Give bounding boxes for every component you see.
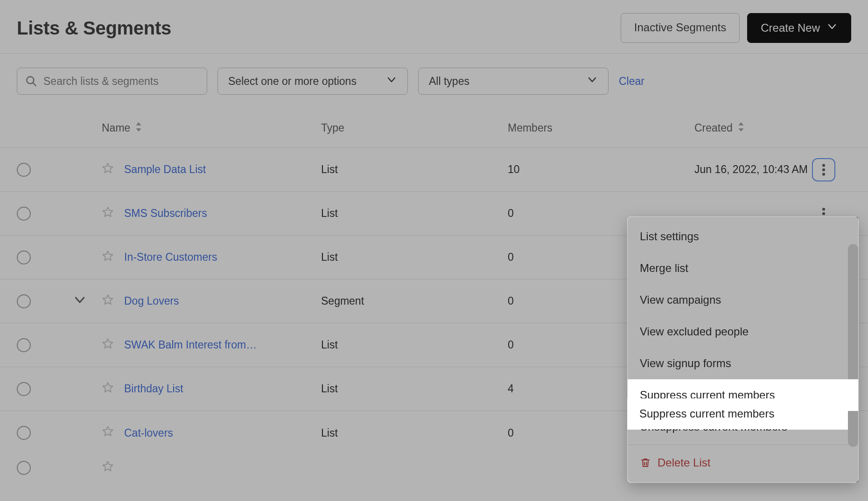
menu-item[interactable]: View signup forms [628, 348, 858, 379]
star-icon[interactable] [102, 382, 114, 397]
list-name-link[interactable]: Cat-lovers [124, 427, 173, 439]
svg-point-1 [822, 164, 825, 167]
chevron-down-icon [386, 74, 397, 88]
list-name-link[interactable]: SWAK Balm Interest from… [124, 339, 257, 351]
svg-point-5 [822, 212, 825, 215]
sort-icon[interactable] [737, 122, 745, 135]
chevron-down-icon [587, 74, 598, 88]
row-context-menu: List settingsMerge listView campaignsVie… [627, 216, 859, 483]
column-name[interactable]: Name [102, 122, 130, 134]
svg-point-3 [822, 173, 825, 175]
row-checkbox[interactable] [17, 163, 31, 177]
star-icon[interactable] [102, 425, 114, 440]
list-name-link[interactable]: Sample Data List [124, 163, 206, 176]
star-icon[interactable] [102, 460, 114, 475]
row-checkbox[interactable] [17, 338, 31, 352]
row-checkbox[interactable] [17, 426, 31, 440]
star-icon[interactable] [102, 250, 114, 265]
trash-icon [640, 457, 651, 468]
table-row: Sample Data ListList10Jun 16, 2022, 10:4… [0, 148, 868, 192]
tags-select-label: Select one or more options [228, 75, 357, 88]
types-select[interactable]: All types [418, 68, 609, 95]
row-checkbox[interactable] [17, 250, 31, 264]
row-created: Jun 16, 2022, 10:43 AM [694, 163, 814, 176]
row-members: 10 [508, 163, 694, 176]
star-icon[interactable] [102, 162, 114, 177]
menu-item[interactable]: List settings [628, 221, 858, 252]
tags-select[interactable]: Select one or more options [217, 68, 408, 95]
row-checkbox[interactable] [17, 294, 31, 308]
menu-item[interactable]: View excluded people [628, 316, 858, 348]
menu-item[interactable]: Merge list [628, 252, 858, 284]
star-icon[interactable] [102, 338, 114, 353]
row-type: List [321, 427, 508, 439]
row-type: List [321, 339, 508, 351]
row-type: List [321, 251, 508, 264]
inactive-segments-button[interactable]: Inactive Segments [621, 13, 740, 43]
svg-point-2 [822, 168, 825, 171]
star-icon[interactable] [102, 294, 114, 309]
column-created[interactable]: Created [694, 122, 733, 134]
row-type: List [321, 383, 508, 395]
star-icon[interactable] [102, 206, 114, 221]
page-title: Lists & Segments [17, 18, 171, 39]
menu-divider [628, 445, 858, 445]
search-input[interactable] [17, 68, 207, 95]
clear-filters-link[interactable]: Clear [619, 75, 644, 88]
column-members: Members [508, 122, 694, 134]
row-checkbox[interactable] [17, 382, 31, 396]
list-name-link[interactable]: Birthday List [124, 383, 183, 395]
column-type: Type [321, 122, 508, 134]
row-type: List [321, 207, 508, 220]
menu-item-delete[interactable]: Delete List [628, 447, 858, 479]
list-name-link[interactable]: SMS Subscribers [124, 207, 207, 220]
row-actions-button[interactable] [814, 160, 833, 180]
svg-point-4 [822, 208, 825, 210]
types-select-label: All types [429, 75, 469, 88]
menu-item[interactable]: View campaigns [628, 284, 858, 316]
list-name-link[interactable]: In-Store Customers [124, 251, 217, 264]
row-type: List [321, 163, 508, 176]
row-type: Segment [321, 295, 508, 307]
menu-scrollbar[interactable] [848, 244, 858, 447]
row-checkbox[interactable] [17, 461, 31, 475]
search-icon [25, 75, 37, 87]
menu-item-highlighted[interactable]: Suppress current members [627, 398, 847, 429]
chevron-down-icon [826, 21, 838, 35]
create-new-button[interactable]: Create New [747, 13, 851, 43]
create-new-label: Create New [761, 21, 820, 35]
chevron-down-icon[interactable] [73, 297, 87, 309]
sort-icon[interactable] [135, 122, 142, 135]
row-checkbox[interactable] [17, 207, 31, 221]
list-name-link[interactable]: Dog Lovers [124, 295, 179, 307]
